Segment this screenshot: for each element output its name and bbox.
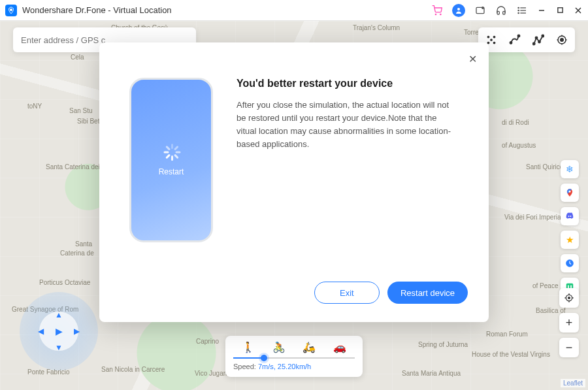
modal-title: You'd better restart your device	[237, 78, 459, 89]
user-icon[interactable]	[452, 4, 465, 17]
svg-point-3	[457, 8, 460, 10]
svg-point-1	[435, 14, 436, 14]
titlebar: Wondershare Dr.Fone - Virtual Location	[0, 0, 588, 21]
app-title: Wondershare Dr.Fone - Virtual Location	[22, 5, 172, 15]
svg-point-2	[440, 14, 441, 14]
modal-body-text: After you close the simulation, the actu…	[237, 99, 459, 152]
close-button[interactable]	[574, 6, 583, 15]
modal-overlay: ✕ Restart You'd better restart your devi…	[0, 36, 588, 390]
feedback-icon[interactable]	[474, 5, 486, 16]
app-logo-icon	[5, 5, 17, 16]
svg-point-11	[518, 12, 519, 13]
phone-illustration: Restart	[129, 78, 213, 242]
exit-button[interactable]: Exit	[314, 282, 380, 304]
support-icon[interactable]	[495, 5, 507, 16]
map-label: Trajan's Column	[353, 24, 400, 31]
svg-point-5	[482, 7, 484, 8]
phone-label: Restart	[159, 167, 184, 176]
svg-point-10	[518, 10, 519, 10]
minimize-button[interactable]	[537, 6, 546, 15]
restart-modal: ✕ Restart You'd better restart your devi…	[99, 42, 489, 322]
modal-close-button[interactable]: ✕	[468, 53, 477, 65]
maximize-button[interactable]	[555, 6, 564, 15]
svg-point-0	[10, 8, 12, 11]
restart-device-button[interactable]: Restart device	[387, 282, 468, 304]
cart-icon[interactable]	[431, 5, 443, 16]
menu-icon[interactable]	[516, 5, 528, 16]
loading-spinner-icon	[163, 144, 180, 161]
svg-point-9	[518, 7, 519, 8]
svg-rect-13	[557, 8, 562, 12]
